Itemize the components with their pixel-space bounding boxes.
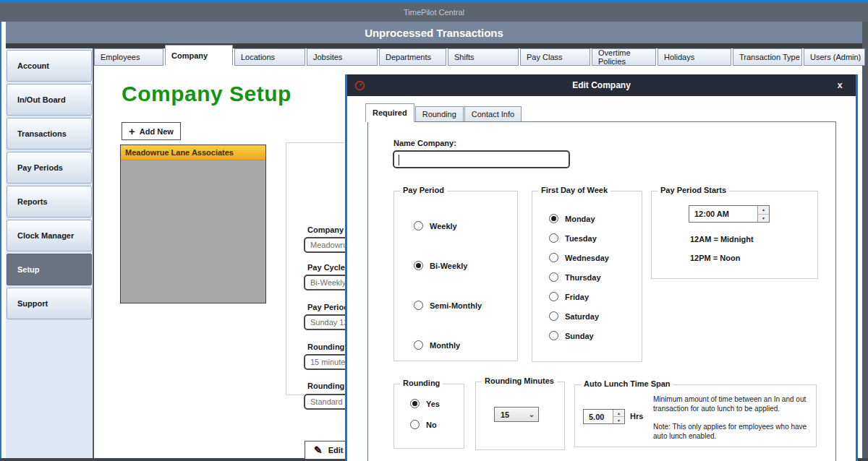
radio-wednesday[interactable]: Wednesday	[549, 253, 609, 262]
tab-locations[interactable]: Locations	[234, 48, 305, 66]
close-icon[interactable]: x	[834, 79, 846, 90]
radio-icon	[414, 221, 423, 231]
dialog-title: Edit Company	[572, 80, 631, 90]
tab-users-admin[interactable]: Users (Admin)	[804, 48, 865, 66]
page-header: Unprocessed Transactions	[6, 22, 862, 43]
rounding-minutes-dropdown[interactable]: 15 ⌄	[494, 407, 539, 422]
radio-icon	[549, 233, 558, 243]
list-item-selected[interactable]: Meadowrue Lane Associates	[121, 145, 265, 160]
radio-icon	[414, 261, 423, 270]
tab-company[interactable]: Company	[165, 45, 233, 66]
window-left-border	[0, 22, 6, 458]
window-titlebar: TimePilot Central	[0, 3, 868, 22]
spinner-buttons[interactable]: ▲ ▼	[757, 206, 769, 222]
first-day-group-label: First Day of Week	[538, 186, 610, 194]
tab-jobsites[interactable]: Jobsites	[307, 48, 378, 66]
radio-tuesday[interactable]: Tuesday	[549, 233, 597, 243]
sidebar-item-reports[interactable]: Reports	[7, 186, 92, 217]
dialog-titlebar: Edit Company x	[347, 74, 856, 96]
first-day-of-week-group: First Day of Week Monday Tuesday Wednesd…	[532, 191, 642, 362]
radio-bi-weekly[interactable]: Bi-Weekly	[414, 261, 467, 270]
noon-note: 12PM = Noon	[690, 254, 740, 262]
sidebar: Account In/Out Board Transactions Pay Pe…	[6, 48, 94, 458]
radio-icon	[410, 420, 420, 429]
sidebar-item-transactions[interactable]: Transactions	[7, 118, 92, 150]
radio-weekly[interactable]: Weekly	[414, 221, 457, 231]
radio-icon	[549, 253, 558, 262]
pay-period-group-label: Pay Period	[400, 186, 447, 194]
rounding-group-label: Rounding	[400, 379, 443, 387]
app-window: TimePilot Central Unprocessed Transactio…	[0, 0, 868, 461]
spinner-down-icon[interactable]: ▼	[758, 215, 769, 223]
radio-icon	[410, 399, 420, 408]
rounding-minutes-group: Rounding Minutes 15 ⌄	[475, 382, 565, 450]
pay-period-group: Pay Period Weekly Bi-Weekly Semi-Monthly…	[393, 191, 518, 361]
radio-rounding-no[interactable]: No	[410, 420, 437, 429]
pay-period-starts-label: Pay Period Starts	[658, 186, 729, 194]
timepilot-clock-icon	[354, 80, 365, 91]
sidebar-item-pay-periods[interactable]: Pay Periods	[7, 152, 92, 184]
add-new-button[interactable]: + Add New	[122, 122, 181, 140]
tab-departments[interactable]: Departments	[379, 48, 446, 66]
dialog-tab-rounding[interactable]: Rounding	[415, 106, 464, 122]
tab-overtime-policies[interactable]: Overtime Policies	[592, 48, 656, 66]
sidebar-item-clock-manager[interactable]: Clock Manager	[7, 220, 92, 251]
spinner-up-icon[interactable]: ▲	[613, 410, 624, 417]
spinner-down-icon[interactable]: ▼	[613, 417, 624, 423]
radio-icon	[549, 311, 558, 321]
tab-holidays[interactable]: Holidays	[658, 48, 731, 66]
spinner-up-icon[interactable]: ▲	[758, 206, 769, 215]
radio-thursday[interactable]: Thursday	[549, 272, 601, 282]
main-tab-bar: Employees Company Locations Jobsites Dep…	[94, 45, 865, 66]
radio-icon	[414, 340, 423, 350]
sidebar-item-support[interactable]: Support	[7, 288, 92, 319]
radio-monday[interactable]: Monday	[549, 214, 595, 223]
sidebar-item-in-out-board[interactable]: In/Out Board	[7, 84, 92, 116]
radio-semi-monthly[interactable]: Semi-Monthly	[414, 301, 482, 310]
auto-lunch-group: Auto Lunch Time Span 5.00 ▲ ▼ Hrs Minimu…	[574, 384, 817, 447]
tab-shifts[interactable]: Shifts	[448, 48, 519, 66]
window-title: TimePilot Central	[404, 8, 464, 17]
rounding-group: Rounding Yes No	[393, 384, 464, 449]
pencil-icon: ✎	[314, 444, 323, 456]
midnight-note: 12AM = Midnight	[690, 235, 754, 244]
radio-icon	[414, 301, 423, 310]
pay-period-starts-group: Pay Period Starts 12:00 AM ▲ ▼ 12AM = Mi…	[651, 191, 818, 279]
radio-icon	[549, 214, 558, 223]
window-right-border	[862, 22, 868, 461]
chevron-down-icon: ⌄	[525, 410, 538, 418]
radio-sunday[interactable]: Sunday	[549, 331, 594, 340]
auto-lunch-description: Minimum amount of time between an In and…	[653, 395, 816, 413]
add-new-label: Add New	[140, 127, 174, 136]
page-header-title: Unprocessed Transactions	[365, 27, 503, 39]
required-tab-panel: Name Company: Pay Period Weekly Bi-Weekl…	[367, 121, 836, 461]
radio-saturday[interactable]: Saturday	[549, 311, 599, 321]
text-caret	[399, 155, 399, 165]
radio-icon	[549, 292, 558, 301]
radio-monthly[interactable]: Monthly	[414, 340, 460, 350]
hours-unit-label: Hrs	[630, 412, 643, 421]
field-label-rounding: Rounding	[307, 342, 344, 351]
name-company-input[interactable]	[393, 150, 570, 168]
name-company-label: Name Company:	[393, 139, 456, 147]
tab-pay-class[interactable]: Pay Class	[520, 48, 590, 66]
pay-period-starts-time-spinner[interactable]: 12:00 AM ▲ ▼	[689, 205, 770, 223]
page-title: Company Setup	[122, 82, 292, 106]
sidebar-item-account[interactable]: Account	[7, 50, 92, 82]
auto-lunch-note: Note: This only applies for employees wh…	[653, 422, 816, 441]
plus-icon: +	[129, 126, 135, 137]
sidebar-item-setup[interactable]: Setup	[7, 254, 92, 285]
tab-transaction-type[interactable]: Transaction Type	[733, 48, 802, 66]
dialog-tab-contact-info[interactable]: Contact Info	[464, 106, 522, 122]
tab-employees[interactable]: Employees	[94, 48, 163, 66]
spinner-buttons[interactable]: ▲ ▼	[613, 410, 624, 423]
dialog-tab-required[interactable]: Required	[365, 103, 414, 122]
auto-lunch-hours-spinner[interactable]: 5.00 ▲ ▼	[583, 409, 625, 424]
radio-icon	[549, 272, 558, 282]
radio-friday[interactable]: Friday	[549, 292, 589, 301]
edit-company-dialog: Edit Company x Required Rounding Contact…	[345, 74, 858, 461]
dialog-tab-bar: Required Rounding Contact Info	[365, 103, 522, 122]
radio-rounding-yes[interactable]: Yes	[410, 399, 440, 408]
company-list[interactable]: Meadowrue Lane Associates	[120, 145, 266, 303]
rounding-minutes-label: Rounding Minutes	[482, 376, 557, 385]
